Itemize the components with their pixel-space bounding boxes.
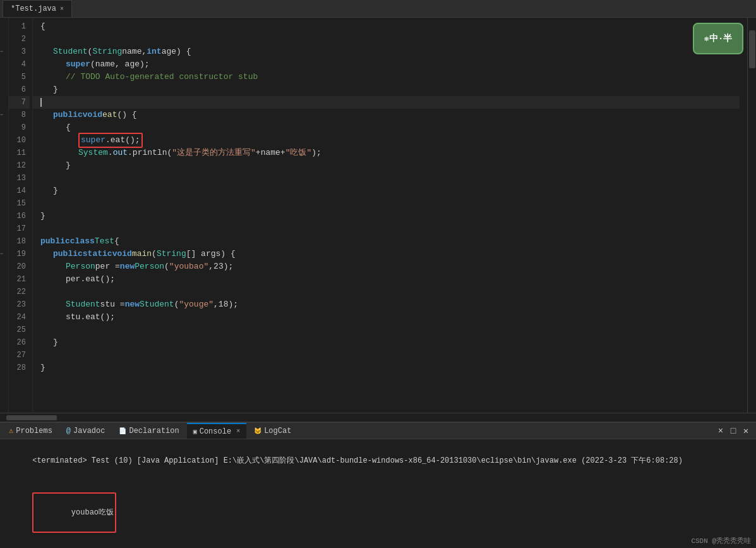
- line-num-5: 5: [9, 71, 30, 83]
- code-line-9: {: [40, 121, 747, 134]
- terminated-text: <terminated> Test (10) [Java Application…: [32, 456, 683, 465]
- code-line-24: stu.eat();: [40, 311, 747, 324]
- code-line-13: [40, 172, 747, 185]
- line-num-6: 6: [9, 83, 30, 96]
- tab-bar: *Test.java ×: [0, 0, 756, 18]
- problems-label: Problems: [16, 427, 52, 435]
- bottom-panel: ⚠ Problems @ Javadoc 📄 Declaration ▣ Con…: [0, 422, 756, 548]
- code-line-14: }: [40, 185, 747, 197]
- logo-badge: ❋中·半: [693, 23, 743, 54]
- line-num-14: 14: [9, 185, 30, 197]
- line-num-1: 1: [9, 20, 30, 33]
- output-youbao: youbao吃饭: [71, 508, 114, 517]
- code-line-28: }: [40, 362, 747, 374]
- line-numbers: 1 2 −3 4 5 6 7 −8 9 10 11 12 13 14 15 16…: [9, 18, 33, 413]
- maximize-button[interactable]: □: [728, 426, 738, 436]
- code-line-6: }: [40, 83, 747, 96]
- console-terminated-line: <terminated> Test (10) [Java Application…: [5, 442, 751, 480]
- code-line-7: [33, 96, 740, 109]
- editor-tab[interactable]: *Test.java ×: [3, 0, 72, 17]
- code-line-22: [40, 286, 747, 298]
- code-line-8: public void eat() {: [40, 109, 747, 121]
- left-margin: [0, 18, 9, 413]
- line-num-19: −19: [9, 248, 30, 260]
- tab-logcat[interactable]: 🐱 LogCat: [248, 423, 297, 439]
- line-num-3: −3: [9, 46, 30, 58]
- code-line-18: public class Test {: [40, 235, 747, 248]
- console-icon: ▣: [193, 428, 197, 435]
- line-num-20: 20: [9, 260, 30, 273]
- line-num-18: 18: [9, 235, 30, 248]
- code-line-15: [40, 197, 747, 210]
- tab-problems[interactable]: ⚠ Problems: [3, 423, 59, 439]
- bottom-panel-actions: × □ ✕: [716, 426, 756, 436]
- code-line-27: [40, 349, 747, 362]
- line-num-8: −8: [9, 109, 30, 121]
- h-scrollbar-thumb[interactable]: [6, 415, 57, 420]
- line-num-22: 22: [9, 286, 30, 298]
- code-line-16: }: [40, 210, 747, 222]
- code-content[interactable]: { Student(String name, int age) { super(…: [33, 18, 747, 413]
- tab-console[interactable]: ▣ Console ×: [187, 423, 246, 439]
- code-line-17: [40, 222, 747, 235]
- line-num-23: 23: [9, 298, 30, 311]
- line-num-2: 2: [9, 33, 30, 46]
- line-num-11: 11: [9, 147, 30, 159]
- fold-icon-3[interactable]: −: [0, 46, 3, 58]
- console-close-icon[interactable]: ×: [236, 428, 240, 435]
- console-output-line2: youge吃饭: [5, 545, 751, 548]
- console-label: Console: [200, 427, 231, 436]
- line-num-24: 24: [9, 311, 30, 324]
- logo-text: ❋中·半: [704, 33, 733, 44]
- code-line-4: super(name, age);: [40, 58, 747, 71]
- tab-javadoc[interactable]: @ Javadoc: [60, 423, 112, 439]
- line-num-21: 21: [9, 273, 30, 286]
- line-num-7: 7: [9, 96, 30, 109]
- line-num-16: 16: [9, 210, 30, 222]
- watermark: CSDN @秃秃秃秃哇: [691, 536, 751, 545]
- code-line-5: // TODO Auto-generated constructor stub: [40, 71, 747, 83]
- h-scrollbar-track: [0, 415, 747, 421]
- line-num-25: 25: [9, 324, 30, 336]
- declaration-icon: 📄: [119, 427, 126, 435]
- fold-icon-19[interactable]: −: [0, 248, 3, 260]
- javadoc-icon: @: [66, 427, 71, 435]
- code-line-26: }: [40, 336, 747, 349]
- code-line-23: Student stu = new Student("youge",18);: [40, 298, 747, 311]
- line-num-13: 13: [9, 172, 30, 185]
- horizontal-scrollbar[interactable]: [0, 413, 756, 422]
- vertical-scrollbar[interactable]: [747, 18, 756, 413]
- line-num-15: 15: [9, 197, 30, 210]
- line-num-26: 26: [9, 336, 30, 349]
- code-line-12: }: [40, 159, 747, 172]
- code-line-10: super.eat();: [40, 134, 747, 147]
- logcat-icon: 🐱: [254, 427, 261, 435]
- line-num-10: 10: [9, 134, 30, 147]
- line-num-17: 17: [9, 222, 30, 235]
- line-num-9: 9: [9, 121, 30, 134]
- console-output: <terminated> Test (10) [Java Application…: [0, 439, 756, 548]
- tab-close-button[interactable]: ×: [60, 6, 64, 13]
- close-panel-button[interactable]: ✕: [741, 426, 751, 436]
- logcat-label: LogCat: [264, 427, 291, 435]
- code-line-11: System.out.println("这是子类的方法重写"+name+"吃饭"…: [40, 147, 747, 159]
- tab-declaration[interactable]: 📄 Declaration: [112, 423, 185, 439]
- line-num-4: 4: [9, 58, 30, 71]
- line-num-28: 28: [9, 362, 30, 374]
- code-line-3: Student(String name, int age) {: [40, 46, 747, 58]
- bottom-tab-bar: ⚠ Problems @ Javadoc 📄 Declaration ▣ Con…: [0, 423, 756, 439]
- code-line-19: public static void main(String[] args) {: [40, 248, 747, 260]
- editor-area: ❋中·半 1 2 −3 4 5 6 7 −8 9 10 11 12 13 14 …: [0, 18, 756, 413]
- code-line-21: per.eat();: [40, 273, 747, 286]
- code-line-2: [40, 33, 747, 46]
- scrollbar-thumb[interactable]: [749, 30, 755, 68]
- declaration-label: Declaration: [129, 427, 179, 435]
- line-num-12: 12: [9, 159, 30, 172]
- code-line-1: {: [40, 20, 747, 33]
- watermark-text: CSDN @秃秃秃秃哇: [691, 537, 751, 545]
- javadoc-label: Javadoc: [73, 427, 105, 435]
- minimize-button[interactable]: ×: [716, 426, 726, 436]
- tab-label: *Test.java: [11, 4, 56, 13]
- fold-icon-8[interactable]: −: [0, 109, 3, 121]
- line-num-27: 27: [9, 349, 30, 362]
